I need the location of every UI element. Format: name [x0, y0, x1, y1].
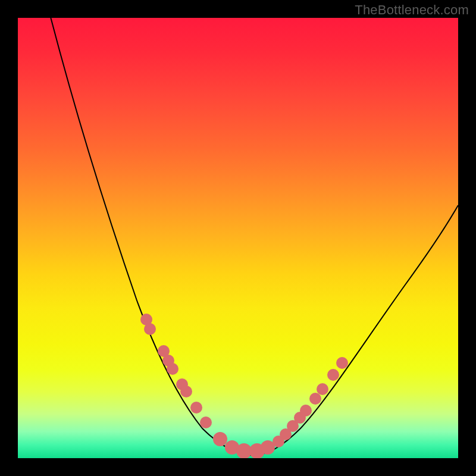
plot-area	[18, 18, 458, 458]
marker-dot	[309, 393, 321, 405]
marker-dot	[317, 383, 328, 395]
marker-dot	[180, 386, 192, 397]
marker-dot	[300, 405, 312, 416]
marker-dot	[200, 416, 212, 428]
marker-dot	[213, 432, 227, 446]
marker-dot	[144, 323, 156, 335]
marker-dot	[167, 363, 178, 375]
marker-dot	[190, 402, 202, 414]
marker-dot	[327, 369, 339, 381]
curve-layer	[18, 18, 458, 458]
bottleneck-curve	[42, 18, 458, 455]
watermark-text: TheBottleneck.com	[355, 2, 469, 18]
marker-dot	[336, 357, 348, 369]
chart-stage: TheBottleneck.com	[0, 0, 476, 476]
marker-group	[140, 314, 348, 458]
